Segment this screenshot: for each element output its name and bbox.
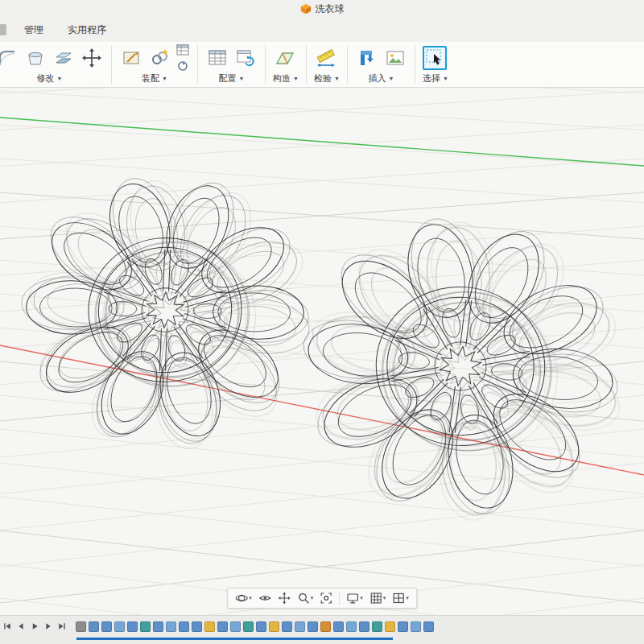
viewports-icon <box>392 592 405 605</box>
timeline-feature[interactable] <box>140 621 151 632</box>
viewport-canvas[interactable] <box>0 88 644 644</box>
new-component-icon <box>121 47 142 68</box>
timeline-feature[interactable] <box>179 621 189 632</box>
group-label-configure[interactable]: 配置 ▼ <box>205 72 258 85</box>
toolbar-group-select: 选择 ▼ <box>416 42 455 87</box>
play-icon <box>30 621 39 631</box>
timeline-feature[interactable] <box>346 621 357 632</box>
configuration-sync-button[interactable] <box>233 46 258 70</box>
display-settings[interactable]: ▾ <box>344 590 365 606</box>
shell-button[interactable] <box>23 46 47 70</box>
group-label-modify[interactable]: 修改 ▼ <box>0 72 104 85</box>
timeline-feature[interactable] <box>192 621 202 632</box>
zoom-icon <box>297 592 310 605</box>
move-copy-icon <box>81 47 102 68</box>
separator <box>197 45 198 84</box>
toolbar-group-configure: 配置 ▼ <box>199 42 264 87</box>
timeline-feature[interactable] <box>76 621 86 632</box>
main-toolbar: 修改 ▼ <box>0 42 644 88</box>
timeline-feature[interactable] <box>114 621 125 632</box>
construction-plane-icon <box>275 47 295 68</box>
move-copy-button[interactable] <box>80 46 104 70</box>
tab-manage[interactable]: 管理 <box>24 23 43 37</box>
look-at-tool[interactable] <box>256 590 274 606</box>
new-component-button[interactable] <box>119 46 143 70</box>
timeline-feature[interactable] <box>230 621 241 632</box>
tab-utilities[interactable]: 实用程序 <box>68 23 106 37</box>
step-forward-icon <box>43 621 53 631</box>
laundry-ball-right-hidden-edges[interactable] <box>292 205 641 537</box>
fillet-button[interactable] <box>0 46 19 70</box>
skip-to-end-button[interactable] <box>56 621 68 632</box>
chevron-down-icon: ▼ <box>162 76 167 81</box>
chevron-down-icon: ▼ <box>57 76 63 81</box>
step-back-button[interactable] <box>15 621 27 632</box>
play-button[interactable] <box>29 621 40 632</box>
pan-tool[interactable] <box>275 590 293 606</box>
timeline-feature[interactable] <box>217 621 228 632</box>
grid-icon <box>369 592 382 605</box>
chevron-down-icon: ▾ <box>383 595 386 601</box>
timeline-feature[interactable] <box>320 621 331 632</box>
timeline-position-bar[interactable] <box>76 638 393 640</box>
timeline-feature[interactable] <box>333 621 344 632</box>
separator <box>347 45 348 84</box>
ground-grid <box>0 88 644 644</box>
measure-button[interactable] <box>314 46 338 70</box>
group-label-select[interactable]: 选择 ▼ <box>423 72 448 85</box>
zoom-tool[interactable]: ▾ <box>295 590 316 606</box>
y-axis-line <box>0 118 644 166</box>
step-forward-button[interactable] <box>43 621 54 632</box>
insert-derive-icon <box>357 47 378 68</box>
timeline-feature[interactable] <box>166 621 176 632</box>
group-label-construct[interactable]: 构造 ▼ <box>273 72 299 85</box>
bom-table-button[interactable] <box>175 43 190 57</box>
laundry-ball-left-hidden-edges[interactable] <box>11 163 331 466</box>
timeline-feature[interactable] <box>359 621 369 632</box>
skip-to-end-icon <box>57 621 67 631</box>
timeline-feature[interactable] <box>411 621 421 632</box>
timeline-feature[interactable] <box>398 621 408 632</box>
group-label-insert[interactable]: 插入 ▼ <box>355 72 407 85</box>
timeline-feature[interactable] <box>269 621 279 632</box>
joint-button[interactable] <box>147 46 171 70</box>
toolbar-group-construct: 构造 ▼ <box>266 42 305 87</box>
step-back-icon <box>16 621 26 631</box>
insert-image-icon <box>385 47 406 68</box>
motion-link-button[interactable] <box>175 59 190 73</box>
timeline-feature[interactable] <box>385 621 395 632</box>
document-title: 洗衣球 <box>316 2 345 16</box>
chevron-down-icon: ▼ <box>239 76 245 81</box>
joint-icon <box>149 47 170 68</box>
construction-plane-button[interactable] <box>273 46 297 70</box>
separator <box>111 45 112 84</box>
grid-and-snaps[interactable]: ▾ <box>367 590 389 606</box>
navigation-bar: ▾ ▾ ▾ <box>227 588 417 609</box>
timeline-feature[interactable] <box>308 621 318 632</box>
insert-derive-button[interactable] <box>355 46 379 70</box>
timeline-feature[interactable] <box>423 621 434 632</box>
timeline-feature[interactable] <box>256 621 266 632</box>
combine-button[interactable] <box>52 46 76 70</box>
group-label-assemble[interactable]: 装配 ▼ <box>119 72 190 85</box>
timeline-feature[interactable] <box>243 621 254 632</box>
timeline-feature[interactable] <box>204 621 215 632</box>
configure-button[interactable] <box>205 46 229 70</box>
timeline-feature[interactable] <box>89 621 99 632</box>
timeline-feature[interactable] <box>295 621 305 632</box>
timeline-feature[interactable] <box>101 621 112 632</box>
insert-image-button[interactable] <box>383 46 407 70</box>
select-button[interactable] <box>423 46 447 70</box>
timeline-feature[interactable] <box>153 621 163 632</box>
viewports[interactable]: ▾ <box>390 590 411 606</box>
timeline-feature[interactable] <box>127 621 138 632</box>
timeline-feature[interactable] <box>372 621 382 632</box>
group-label-inspect[interactable]: 检验 ▼ <box>314 72 340 85</box>
skip-to-start-button[interactable] <box>2 621 13 632</box>
orbit-tool[interactable]: ▾ <box>233 590 254 606</box>
fit-tool[interactable] <box>317 590 335 606</box>
separator <box>265 45 266 84</box>
toolbar-group-insert: 插入 ▼ <box>349 42 414 87</box>
chevron-down-icon: ▼ <box>293 76 299 81</box>
timeline-feature[interactable] <box>282 621 292 632</box>
